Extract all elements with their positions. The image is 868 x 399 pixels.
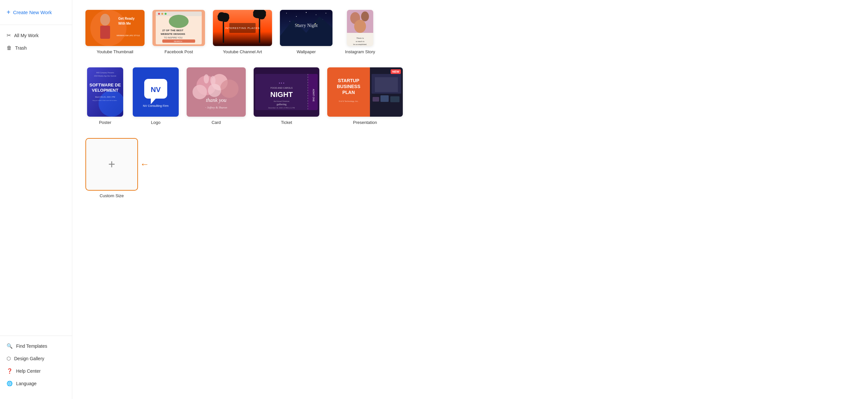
svg-text:SEARCH: SEARCH <box>174 40 182 42</box>
sidebar: + Create New Work ✂ All My Work 🗑 Trash … <box>0 0 72 399</box>
svg-text:MINIMALISM LIFE STYLE: MINIMALISM LIFE STYLE <box>117 34 140 36</box>
svg-text:AND Company Presents: AND Company Presents <box>96 72 114 73</box>
svg-text:- Jeffrey & Sharon: - Jeffrey & Sharon <box>205 106 227 109</box>
svg-text:2023 Weekly App Dev Summit: 2023 Weekly App Dev Summit <box>94 75 116 77</box>
svg-text:✦ ✦ ✦: ✦ ✦ ✦ <box>279 82 284 84</box>
sidebar-item-trash[interactable]: 🗑 Trash <box>0 42 72 54</box>
svg-point-32 <box>296 16 297 17</box>
svg-text:INTERESTING PLACES: INTERESTING PLACES <box>225 27 260 30</box>
sidebar-item-language[interactable]: 🌐 Language <box>0 377 72 390</box>
svg-text:27 OF THE BEST: 27 OF THE BEST <box>162 29 183 32</box>
template-custom-size[interactable]: + ← Custom Size <box>86 138 138 198</box>
ticket-label: Ticket <box>281 120 292 125</box>
template-card[interactable]: thank you - Jeffrey & Sharon Card <box>187 67 246 125</box>
template-instagram-story[interactable]: There is so much to be accomplished. Ins… <box>340 10 380 54</box>
template-ticket[interactable]: ADMIT ONE ✦ ✦ ✦ FOOD AND CAROLS NIGHT th… <box>254 67 319 125</box>
svg-text:Starry Night: Starry Night <box>295 23 318 28</box>
custom-size-card[interactable]: + ← <box>86 138 138 191</box>
svg-text:Buy your ticket or learn more : Buy your ticket or learn more info at ww… <box>93 100 118 101</box>
wallpaper-label: Wallpaper <box>297 49 316 54</box>
svg-text:NV Consulting Firm: NV Consulting Firm <box>143 104 168 108</box>
help-center-label: Help Center <box>16 368 41 374</box>
svg-text:gathering: gathering <box>277 103 286 106</box>
svg-point-10 <box>158 13 160 15</box>
trash-icon: 🗑 <box>7 45 12 51</box>
svg-point-46 <box>354 20 366 33</box>
plus-icon: + <box>7 8 10 16</box>
template-facebook-post[interactable]: 27 OF THE BEST WEBSITE DESIGNS TO INSPIR… <box>152 10 205 54</box>
svg-point-41 <box>315 23 316 24</box>
custom-size-plus-icon: + <box>108 157 115 171</box>
presentation-thumb: STARTUP BUSINESS PLAN S & N Technology, … <box>327 67 403 117</box>
youtube-thumbnail-label: Youtube Thumbnail <box>97 49 133 54</box>
svg-text:ADMIT ONE: ADMIT ONE <box>312 89 315 102</box>
wallpaper-thumb: Starry Night <box>280 10 333 46</box>
svg-text:S & N Technology, Inc.: S & N Technology, Inc. <box>339 100 359 102</box>
svg-point-68 <box>192 85 207 99</box>
svg-point-33 <box>306 12 307 13</box>
svg-rect-6 <box>100 26 110 39</box>
sidebar-nav: ✂ All My Work 🗑 Trash <box>0 25 72 336</box>
youtube-channel-art-thumb: INTERESTING PLACES <box>213 10 272 46</box>
svg-point-45 <box>361 11 369 21</box>
sidebar-item-all-my-work[interactable]: ✂ All My Work <box>0 29 72 42</box>
design-type-row-2: AND Company Presents 2023 Weekly App Dev… <box>86 67 855 125</box>
facebook-post-label: Facebook Post <box>164 49 193 54</box>
presentation-label: Presentation <box>353 120 377 125</box>
svg-text:December 19, 2020 | 5 PM to 11: December 19, 2020 | 5 PM to 11 PM <box>268 107 295 109</box>
svg-rect-90 <box>380 95 389 102</box>
svg-rect-91 <box>390 96 400 102</box>
svg-text:March 30 & 31, 2023 | 7PM: March 30 & 31, 2023 | 7PM <box>95 96 115 98</box>
design-gallery-label: Design Gallery <box>14 356 44 361</box>
template-presentation[interactable]: STARTUP BUSINESS PLAN S & N Technology, … <box>327 67 403 125</box>
svg-text:There is: There is <box>356 37 364 39</box>
svg-point-69 <box>208 84 221 97</box>
create-new-work-button[interactable]: + Create New Work <box>5 5 67 20</box>
svg-point-40 <box>298 24 299 25</box>
custom-size-label: Custom Size <box>99 193 124 198</box>
svg-text:the Annual Christmas: the Annual Christmas <box>274 100 289 102</box>
sidebar-bottom: 🔍 Find Templates ⬡ Design Gallery ❓ Help… <box>0 336 72 394</box>
svg-text:BUSINESS: BUSINESS <box>337 84 361 89</box>
template-youtube-thumbnail[interactable]: Get Ready With Me MINIMALISM LIFE STYLE … <box>86 10 145 54</box>
card-thumb: thank you - Jeffrey & Sharon <box>187 67 246 117</box>
template-wallpaper[interactable]: Starry Night Wallpaper <box>280 10 333 54</box>
svg-text:NIGHT: NIGHT <box>270 90 293 99</box>
sidebar-item-help-center[interactable]: ❓ Help Center <box>0 365 72 377</box>
svg-rect-88 <box>375 77 398 92</box>
svg-text:so much to: so much to <box>356 40 364 42</box>
layers-icon: ⬡ <box>7 356 11 362</box>
svg-point-13 <box>169 15 189 28</box>
custom-size-row: + ← Custom Size <box>86 138 855 198</box>
poster-thumb: AND Company Presents 2023 Weekly App Dev… <box>87 67 123 117</box>
template-logo[interactable]: NV NV Consulting Firm Logo <box>133 67 179 125</box>
sidebar-top: + Create New Work <box>0 5 72 25</box>
svg-text:FOOD AND CAROLS: FOOD AND CAROLS <box>270 87 293 89</box>
youtube-channel-art-label: Youtube Channel Art <box>223 49 262 54</box>
find-templates-label: Find Templates <box>16 343 47 349</box>
instagram-story-label: Instagram Story <box>345 49 375 54</box>
svg-text:STARTUP: STARTUP <box>338 78 359 83</box>
svg-text:With Me: With Me <box>118 22 131 25</box>
sidebar-item-design-gallery[interactable]: ⬡ Design Gallery <box>0 352 72 365</box>
svg-point-11 <box>161 13 163 15</box>
all-my-work-label: All My Work <box>14 33 38 38</box>
svg-point-35 <box>326 13 326 13</box>
svg-text:VELOPMENT: VELOPMENT <box>92 88 119 93</box>
logo-thumb: NV NV Consulting Firm <box>133 67 179 117</box>
design-type-row-1: Get Ready With Me MINIMALISM LIFE STYLE … <box>86 10 855 54</box>
sidebar-item-find-templates[interactable]: 🔍 Find Templates <box>0 340 72 352</box>
template-youtube-channel-art[interactable]: INTERESTING PLACES Youtube Channel Art <box>213 10 272 54</box>
create-new-work-label: Create New Work <box>13 9 52 15</box>
svg-point-12 <box>164 13 166 15</box>
template-poster[interactable]: AND Company Presents 2023 Weekly App Dev… <box>86 67 125 125</box>
poster-label: Poster <box>99 120 112 125</box>
svg-text:be accomplished.: be accomplished. <box>353 43 367 45</box>
svg-point-34 <box>316 14 316 15</box>
globe-icon: 🌐 <box>7 380 13 387</box>
svg-point-67 <box>220 80 239 98</box>
svg-text:SOFTWARE DE: SOFTWARE DE <box>89 83 121 87</box>
help-icon: ❓ <box>7 368 13 374</box>
svg-point-31 <box>286 13 287 13</box>
facebook-post-thumb: 27 OF THE BEST WEBSITE DESIGNS TO INSPIR… <box>152 10 205 46</box>
